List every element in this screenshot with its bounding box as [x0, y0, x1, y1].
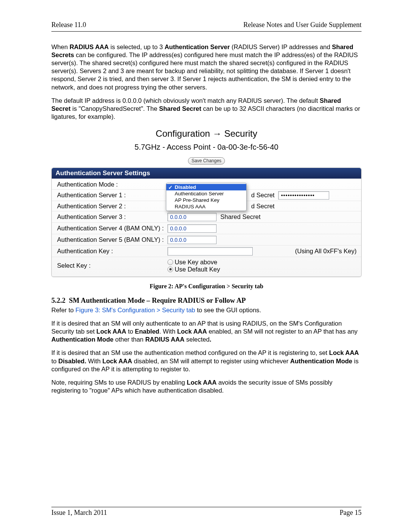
server-3-ip-input[interactable]	[167, 213, 217, 221]
header-right: Release Notes and User Guide Supplement	[244, 21, 362, 29]
intro-p2: The default IP address is 0.0.0.0 (which…	[51, 97, 362, 121]
shared-secret-label-2: d Secret	[251, 203, 274, 210]
figure-title: Configuration → Security	[51, 128, 362, 139]
menu-item-disabled[interactable]: ✓ Disabled	[166, 184, 246, 190]
label-select-key: Select Key :	[57, 262, 167, 269]
auth-key-input[interactable]	[167, 247, 253, 256]
row-select-key: Select Key : Use Key above Use Default K…	[52, 257, 361, 274]
label-server-4: Authentication Server 4 (BAM ONLY) :	[57, 225, 167, 232]
row-server-3: Authentication Server 3 : Shared Secret	[52, 211, 361, 222]
label-server-1: Authentication Server 1 :	[57, 192, 167, 199]
header-left: Release 11.0	[51, 21, 86, 29]
label-server-3: Authentication Server 3 :	[57, 213, 167, 220]
section-heading: 5.2.2SM Authentication Mode – Require RA…	[51, 297, 362, 305]
section-p2: If it is desired that an SM use the auth…	[51, 349, 362, 373]
shared-secret-label-1: d Secret	[251, 192, 274, 199]
shared-secret-label-3: Shared Secret	[220, 213, 260, 220]
section-p3: Note, requiring SMs to use RADIUS by ena…	[51, 379, 362, 395]
server-4-ip-input[interactable]	[167, 224, 217, 233]
footer-rule	[51, 507, 362, 507]
menu-item-auth-server[interactable]: Authentication Server	[166, 190, 246, 197]
footer-right: Page 15	[340, 509, 362, 517]
footer-left: Issue 1, March 2011	[51, 509, 107, 517]
radio-use-default-key[interactable]: Use Default Key	[167, 266, 220, 273]
header-rule	[51, 31, 362, 32]
shared-secret-input-1[interactable]	[278, 191, 329, 200]
save-changes-button[interactable]: Save Changes	[188, 157, 225, 165]
intro-p1: When RADIUS AAA is selected, up to 3 Aut…	[51, 43, 362, 91]
radio-off-icon	[167, 259, 173, 265]
page-footer: Issue 1, March 2011 Page 15	[51, 509, 362, 517]
label-auth-mode: Authentication Mode :	[57, 181, 167, 188]
row-auth-mode: Authentication Mode : ✓ Disabled Authent…	[52, 179, 361, 189]
auth-server-settings-panel: Authentication Server Settings Authentic…	[51, 168, 362, 277]
check-icon: ✓	[168, 184, 173, 190]
label-auth-key: Authentication Key :	[57, 248, 167, 255]
panel-header: Authentication Server Settings	[52, 168, 361, 179]
figure-3-link[interactable]: Figure 3: SM's Configuration > Security …	[75, 307, 195, 313]
label-server-2: Authentication Server 2 :	[57, 203, 167, 210]
refer-line: Refer to Figure 3: SM's Configuration > …	[51, 306, 362, 314]
arrow-right-icon: →	[213, 128, 222, 139]
row-auth-key: Authentication Key : (Using All 0xFF's K…	[52, 245, 361, 257]
intro-block: When RADIUS AAA is selected, up to 3 Aut…	[51, 43, 362, 126]
server-5-ip-input[interactable]	[167, 236, 217, 244]
row-server-4: Authentication Server 4 (BAM ONLY) :	[52, 222, 361, 234]
radio-use-key-above[interactable]: Use Key above	[167, 259, 220, 266]
figure-subtitle: 5.7GHz - Access Point - 0a-00-3e-fc-56-4…	[51, 143, 362, 152]
auth-mode-dropdown[interactable]: ✓ Disabled Authentication Server AP Pre-…	[166, 183, 247, 211]
section-p1: If it is desired that an SM will only au…	[51, 320, 362, 343]
label-server-5: Authentication Server 5 (BAM ONLY) :	[57, 236, 167, 243]
row-server-5: Authentication Server 5 (BAM ONLY) :	[52, 234, 361, 245]
menu-item-radius-aaa[interactable]: RADIUS AAA	[166, 203, 246, 210]
auth-key-note: (Using All 0xFF's Key)	[295, 248, 357, 255]
radio-on-icon	[167, 267, 173, 272]
figure-caption: Figure 2: AP's Configuration > Security …	[51, 283, 362, 290]
menu-item-ap-psk[interactable]: AP Pre-Shared Key	[166, 197, 246, 203]
page-header: Release 11.0 Release Notes and User Guid…	[51, 21, 362, 29]
